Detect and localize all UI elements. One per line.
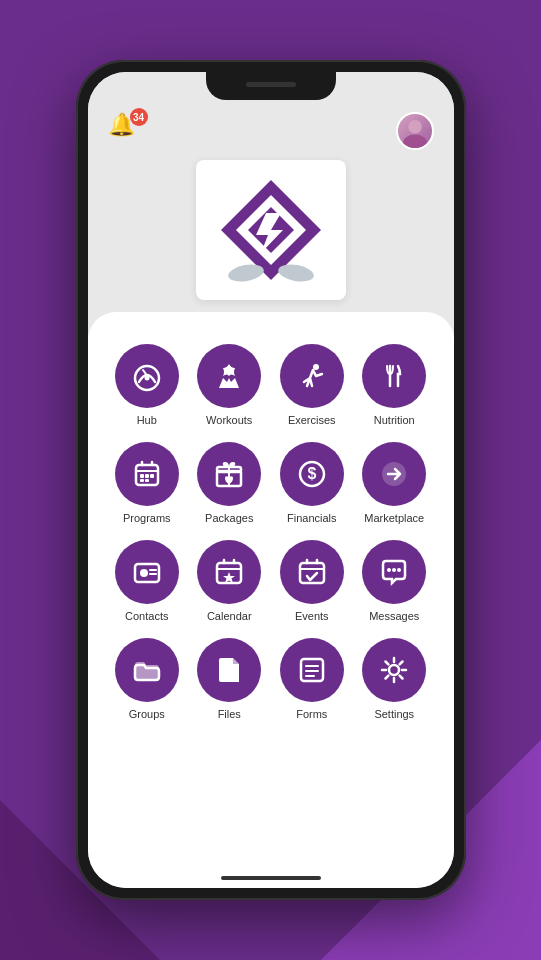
app-item-workouts[interactable]: Workouts: [190, 340, 269, 430]
svg-point-49: [389, 665, 399, 675]
svg-point-31: [140, 569, 148, 577]
svg-point-12: [313, 364, 319, 370]
app-logo: [211, 175, 331, 285]
svg-rect-22: [140, 479, 144, 482]
events-icon: [280, 540, 344, 604]
app-item-forms[interactable]: Forms: [273, 634, 352, 724]
packages-icon: [197, 442, 261, 506]
app-item-exercises[interactable]: Exercises: [273, 340, 352, 430]
avatar[interactable]: [396, 112, 434, 150]
financials-icon: $: [280, 442, 344, 506]
programs-label: Programs: [123, 512, 171, 524]
calendar-icon: [197, 540, 261, 604]
svg-rect-20: [145, 474, 149, 478]
notch: [206, 72, 336, 100]
exercises-icon: [280, 344, 344, 408]
groups-label: Groups: [129, 708, 165, 720]
files-label: Files: [218, 708, 241, 720]
calendar-label: Calendar: [207, 610, 252, 622]
app-item-messages[interactable]: Messages: [355, 536, 434, 626]
hub-label: Hub: [137, 414, 157, 426]
workouts-label: Workouts: [206, 414, 252, 426]
svg-rect-19: [140, 474, 144, 478]
app-item-nutrition[interactable]: Nutrition: [355, 340, 434, 430]
exercises-label: Exercises: [288, 414, 336, 426]
phone-screen: 🔔 34: [88, 72, 454, 888]
marketplace-icon: [362, 442, 426, 506]
hub-icon: [115, 344, 179, 408]
svg-rect-21: [150, 474, 154, 478]
svg-point-42: [387, 568, 391, 572]
forms-icon: [280, 638, 344, 702]
settings-icon: [362, 638, 426, 702]
phone-frame: 🔔 34: [76, 60, 466, 900]
svg-rect-23: [145, 479, 149, 482]
app-item-marketplace[interactable]: Marketplace: [355, 438, 434, 528]
groups-icon: [115, 638, 179, 702]
app-item-contacts[interactable]: Contacts: [108, 536, 187, 626]
svg-point-1: [403, 134, 427, 150]
forms-label: Forms: [296, 708, 327, 720]
settings-label: Settings: [374, 708, 414, 720]
app-item-programs[interactable]: Programs: [108, 438, 187, 528]
events-label: Events: [295, 610, 329, 622]
logo-area: [88, 150, 454, 300]
notification-badge: 34: [130, 108, 148, 126]
app-item-settings[interactable]: Settings: [355, 634, 434, 724]
app-item-packages[interactable]: Packages: [190, 438, 269, 528]
contacts-icon: [115, 540, 179, 604]
messages-icon: [362, 540, 426, 604]
svg-text:$: $: [307, 465, 316, 482]
home-indicator[interactable]: [221, 876, 321, 880]
nutrition-label: Nutrition: [374, 414, 415, 426]
speaker: [246, 82, 296, 87]
svg-point-43: [392, 568, 396, 572]
packages-label: Packages: [205, 512, 253, 524]
notification-button[interactable]: 🔔 34: [108, 112, 144, 148]
app-item-files[interactable]: Files: [190, 634, 269, 724]
contacts-label: Contacts: [125, 610, 168, 622]
marketplace-label: Marketplace: [364, 512, 424, 524]
app-item-hub[interactable]: Hub: [108, 340, 187, 430]
svg-point-44: [397, 568, 401, 572]
main-card: HubWorkoutsExercisesNutritionProgramsPac…: [88, 312, 454, 888]
programs-icon: [115, 442, 179, 506]
files-icon: [197, 638, 261, 702]
app-item-groups[interactable]: Groups: [108, 634, 187, 724]
workouts-icon: [197, 344, 261, 408]
app-item-financials[interactable]: $Financials: [273, 438, 352, 528]
app-item-events[interactable]: Events: [273, 536, 352, 626]
app-grid: HubWorkoutsExercisesNutritionProgramsPac…: [108, 340, 434, 724]
app-item-calendar[interactable]: Calendar: [190, 536, 269, 626]
messages-label: Messages: [369, 610, 419, 622]
avatar-image: [398, 114, 432, 148]
svg-rect-38: [300, 563, 324, 583]
financials-label: Financials: [287, 512, 337, 524]
svg-point-2: [408, 120, 422, 134]
logo-box: [196, 160, 346, 300]
nutrition-icon: [362, 344, 426, 408]
